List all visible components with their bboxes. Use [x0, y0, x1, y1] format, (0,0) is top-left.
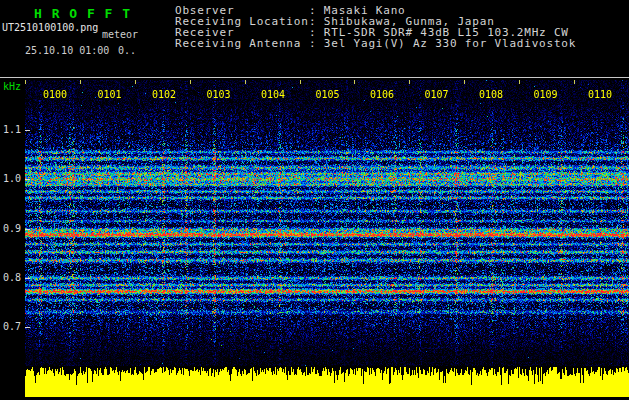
time-label: 0101	[97, 89, 121, 100]
header-divider	[0, 77, 629, 78]
freq-tick-label: 0.7	[3, 321, 21, 332]
station-field-label: Receiving Antenna	[175, 38, 309, 49]
freq-tick-label: 1.0	[3, 173, 21, 184]
time-label: 0110	[588, 89, 612, 100]
echo-count-label: 0..	[118, 45, 136, 56]
time-label: 0109	[533, 89, 557, 100]
output-filename: UT2510100100.png	[2, 22, 98, 33]
time-label: 0108	[479, 89, 503, 100]
freq-tick-label: 0.8	[3, 272, 21, 283]
station-field-row: Receiving Antenna: 3el Yagi(V) Az 330 fo…	[175, 38, 576, 49]
y-axis-unit-label: kHz	[3, 81, 21, 92]
noise-level-canvas	[25, 367, 629, 397]
observation-mode-label: meteor	[102, 29, 138, 40]
time-label: 0104	[261, 89, 285, 100]
time-label: 0102	[152, 89, 176, 100]
app-title: H R O F F T	[34, 6, 131, 21]
time-label: 0107	[424, 89, 448, 100]
time-label: 0103	[206, 89, 230, 100]
station-info-block: Observer: Masaki KanoReceiving Location:…	[175, 5, 576, 49]
freq-tick-label: 0.9	[3, 223, 21, 234]
time-label: 0106	[370, 89, 394, 100]
time-label: 0100	[43, 89, 67, 100]
time-label: 0105	[315, 89, 339, 100]
station-field-value: : 3el Yagi(V) Az 330 for Vladivostok	[309, 37, 576, 50]
date-time-label: 25.10.10 01:00	[25, 45, 109, 56]
hrofft-output: H R O F F T UT2510100100.png meteor 25.1…	[0, 0, 629, 400]
spectrogram-canvas	[25, 80, 629, 366]
freq-tick-label: 1.1	[3, 124, 21, 135]
